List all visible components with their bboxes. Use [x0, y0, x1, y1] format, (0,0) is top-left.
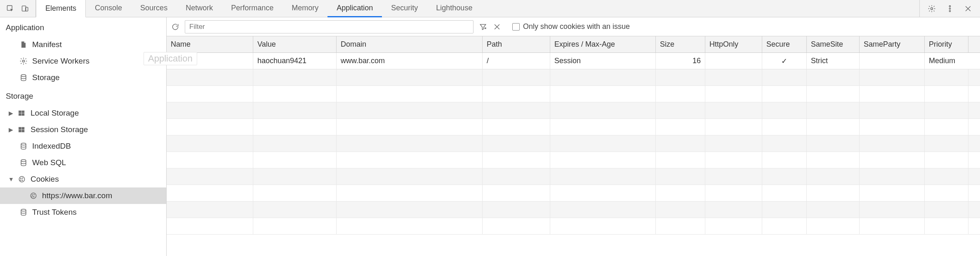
document-icon	[19, 40, 28, 49]
empty-row	[167, 69, 980, 86]
tab-security[interactable]: Security	[382, 0, 427, 17]
sidebar-item-label: Local Storage	[31, 109, 79, 118]
sidebar-item-trust-tokens[interactable]: Trust Tokens	[0, 204, 166, 220]
svg-point-27	[33, 196, 34, 197]
th-name[interactable]: Name	[167, 36, 253, 52]
th-priority[interactable]: Priority	[925, 36, 968, 52]
tab-lighthouse[interactable]: Lighthouse	[427, 0, 481, 17]
sidebar-item-label: Manifest	[32, 40, 62, 49]
issue-filter-checkbox[interactable]: Only show cookies with an issue	[512, 22, 630, 31]
table-icon	[17, 109, 26, 118]
cookies-toolbar: Only show cookies with an issue	[167, 17, 980, 36]
td-httponly	[705, 53, 762, 69]
checkbox-icon	[512, 23, 520, 31]
tab-label: Memory	[292, 4, 318, 12]
database-icon	[19, 142, 28, 151]
td-name: name	[167, 53, 253, 69]
gear-icon	[19, 57, 28, 66]
tab-label: Performance	[231, 4, 273, 12]
svg-point-26	[34, 194, 35, 195]
sidebar-item-label: Trust Tokens	[32, 208, 77, 217]
checkbox-label: Only show cookies with an issue	[523, 22, 630, 31]
tab-performance[interactable]: Performance	[222, 0, 283, 17]
sidebar-item-label: Service Workers	[32, 57, 90, 66]
svg-point-8	[21, 75, 26, 77]
svg-rect-12	[22, 114, 24, 116]
svg-point-4	[949, 5, 950, 7]
svg-point-22	[22, 180, 23, 180]
sidebar-item-storage-app[interactable]: Storage	[0, 69, 166, 86]
close-icon[interactable]	[492, 22, 502, 31]
sidebar-item-service-workers[interactable]: Service Workers	[0, 53, 166, 69]
sidebar-item-cookie-origin[interactable]: https://www.bar.com	[0, 187, 166, 204]
sidebar-item-session-storage[interactable]: ▶ Session Storage	[0, 121, 166, 138]
sidebar-item-websql[interactable]: Web SQL	[0, 154, 166, 171]
section-header-storage: Storage	[0, 86, 166, 105]
svg-rect-10	[22, 111, 24, 113]
tab-elements[interactable]: Elements	[36, 0, 86, 17]
svg-point-3	[931, 7, 933, 9]
th-samesite[interactable]: SameSite	[807, 36, 860, 52]
svg-point-24	[31, 193, 36, 198]
svg-rect-9	[19, 111, 21, 113]
sidebar-item-label: Storage	[32, 73, 60, 82]
tab-label: Application	[337, 4, 373, 12]
sidebar-item-label: Web SQL	[32, 158, 66, 167]
inspect-element-icon[interactable]	[6, 4, 15, 13]
td-expires: Session	[550, 53, 656, 69]
tab-label: Console	[95, 4, 122, 12]
cookies-table: Name Value Domain Path Expires / Max-Age…	[167, 36, 980, 256]
svg-point-23	[20, 180, 21, 181]
th-httponly[interactable]: HttpOnly	[705, 36, 762, 52]
sidebar-item-indexeddb[interactable]: IndexedDB	[0, 138, 166, 154]
table-row[interactable]: name haochuan9421 www.bar.com / Session …	[167, 53, 980, 69]
chevron-right-icon: ▶	[8, 110, 13, 116]
refresh-icon[interactable]	[171, 22, 180, 31]
cookies-panel: Only show cookies with an issue Name Val…	[167, 17, 980, 256]
clear-filter-icon[interactable]	[478, 22, 488, 31]
table-body: name haochuan9421 www.bar.com / Session …	[167, 53, 980, 235]
sidebar-item-local-storage[interactable]: ▶ Local Storage	[0, 105, 166, 121]
th-domain[interactable]: Domain	[337, 36, 483, 52]
th-expires[interactable]: Expires / Max-Age	[550, 36, 656, 52]
tab-console[interactable]: Console	[86, 0, 131, 17]
sidebar-item-cookies[interactable]: ▼ Cookies	[0, 171, 166, 187]
table-icon	[17, 125, 26, 134]
svg-point-17	[21, 143, 26, 145]
svg-rect-14	[22, 127, 24, 129]
sidebar-item-label: Session Storage	[31, 125, 88, 134]
svg-rect-11	[19, 114, 21, 116]
th-value[interactable]: Value	[253, 36, 337, 52]
svg-rect-13	[19, 127, 21, 129]
database-icon	[19, 73, 28, 82]
tab-network[interactable]: Network	[177, 0, 222, 17]
th-sameparty[interactable]: SameParty	[860, 36, 925, 52]
empty-row	[167, 86, 980, 102]
sidebar-item-label: https://www.bar.com	[42, 191, 112, 200]
th-size[interactable]: Size	[656, 36, 705, 52]
svg-point-7	[23, 60, 25, 62]
td-sameparty	[860, 53, 925, 69]
kebab-menu-icon[interactable]	[945, 4, 954, 13]
sidebar-item-manifest[interactable]: Manifest	[0, 36, 166, 53]
th-path[interactable]: Path	[483, 36, 550, 52]
topbar-left-group	[0, 0, 36, 17]
table-header-row: Name Value Domain Path Expires / Max-Age…	[167, 36, 980, 53]
chevron-right-icon: ▶	[8, 126, 13, 133]
chevron-down-icon: ▼	[8, 176, 13, 183]
gear-icon[interactable]	[927, 4, 936, 13]
tab-label: Security	[391, 4, 418, 12]
close-icon[interactable]	[964, 4, 973, 13]
device-toggle-icon[interactable]	[21, 4, 30, 13]
filter-input[interactable]	[185, 20, 474, 33]
th-secure[interactable]: Secure	[762, 36, 807, 52]
tab-sources[interactable]: Sources	[131, 0, 177, 17]
td-size: 16	[656, 53, 705, 69]
svg-point-18	[21, 160, 26, 162]
td-domain: www.bar.com	[337, 53, 483, 69]
tab-memory[interactable]: Memory	[283, 0, 327, 17]
panel-tabs: Elements Console Sources Network Perform…	[36, 0, 481, 17]
application-sidebar: Application Application Manifest Service…	[0, 17, 167, 256]
empty-row	[167, 218, 980, 235]
tab-application[interactable]: Application	[327, 0, 382, 17]
